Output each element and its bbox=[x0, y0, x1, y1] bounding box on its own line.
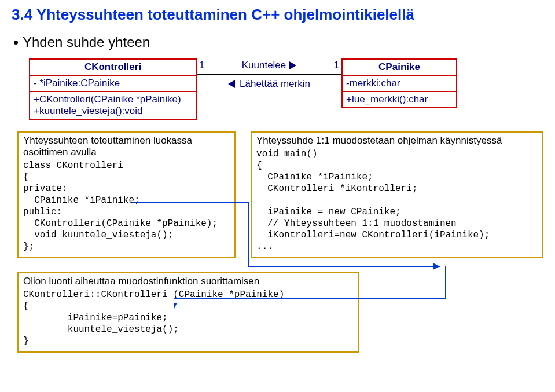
code-box-constructor: Olion luonti aiheuttaa muodostinfunktion… bbox=[17, 272, 359, 353]
code-content: void main() { CPainike *iPainike; CKontr… bbox=[256, 148, 538, 252]
subtitle-row: Yhden suhde yhteen bbox=[14, 34, 543, 50]
subtitle: Yhden suhde yhteen bbox=[23, 34, 150, 50]
mult-left: 1 bbox=[199, 60, 204, 71]
code-box-class-def: Yhteyssuhteen toteuttaminen luokassa oso… bbox=[17, 131, 236, 258]
code-caption: Olion luonti aiheuttaa muodostinfunktion… bbox=[23, 276, 353, 287]
arrow-left-icon bbox=[228, 80, 235, 88]
uml-class-ckontrolleri: CKontrolleri - *iPainike:CPainike +CKont… bbox=[29, 58, 197, 120]
uml-diagram: CKontrolleri - *iPainike:CPainike +CKont… bbox=[29, 58, 543, 120]
code-box-main: Yhteyssuhde 1:1 muodostetaan ohjelman kä… bbox=[251, 131, 543, 258]
uml-class-name: CPainike bbox=[343, 60, 456, 76]
bullet-icon bbox=[14, 41, 18, 45]
code-content: class CKontrolleri { private: CPainike *… bbox=[23, 160, 230, 252]
uml-class-name: CKontrolleri bbox=[30, 60, 196, 76]
mult-right: 1 bbox=[334, 60, 339, 71]
code-row: Yhteyssuhteen toteuttaminen luokassa oso… bbox=[17, 131, 543, 258]
uml-association: 1 Kuuntelee 1 Lähettää merkin bbox=[197, 58, 341, 90]
uml-class-ops: +CKontrolleri(CPainike *pPainike) +kuunt… bbox=[30, 92, 196, 119]
page-title: 3.4 Yhteyssuhteen toteuttaminen C++ ohje… bbox=[12, 6, 543, 24]
code-content: CKontrolleri::CKontrolleri (CPainike *pP… bbox=[23, 289, 353, 347]
code-caption: Yhteyssuhde 1:1 muodostetaan ohjelman kä… bbox=[256, 135, 538, 146]
assoc-top-label: Kuuntelee bbox=[242, 60, 286, 71]
uml-class-ops: +lue_merkki():char bbox=[343, 92, 456, 107]
assoc-bottom-label: Lähettää merkin bbox=[240, 78, 310, 90]
assoc-line bbox=[197, 74, 341, 75]
code-caption: Yhteyssuhteen toteuttaminen luokassa oso… bbox=[23, 135, 230, 158]
arrow-right-icon bbox=[289, 61, 296, 69]
uml-class-attr: - *iPainike:CPainike bbox=[30, 76, 196, 92]
uml-class-attr: -merkki:char bbox=[343, 76, 456, 92]
uml-class-cpainike: CPainike -merkki:char +lue_merkki():char bbox=[341, 58, 457, 108]
